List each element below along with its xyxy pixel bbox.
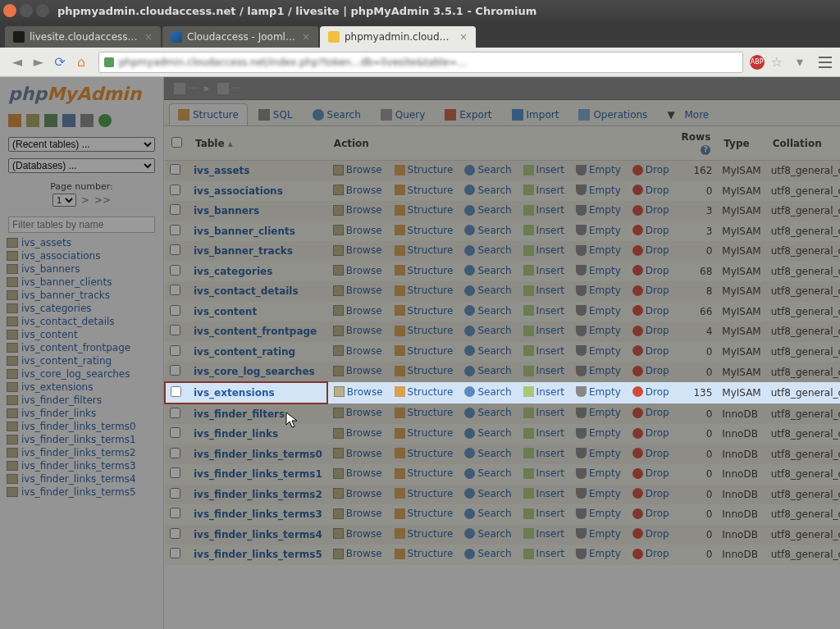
hamburger-menu-icon[interactable] bbox=[817, 55, 833, 70]
structure-action[interactable]: Structure bbox=[395, 265, 454, 276]
back-button[interactable]: ◄ bbox=[8, 53, 26, 71]
drop-action[interactable]: Drop bbox=[632, 285, 669, 296]
drop-action[interactable]: Drop bbox=[632, 488, 669, 499]
insert-action[interactable]: Insert bbox=[523, 204, 564, 216]
insert-action[interactable]: Insert bbox=[523, 225, 564, 236]
server-icon[interactable] bbox=[174, 83, 185, 94]
table-name-link[interactable]: ivs_finder_links_terms2 bbox=[194, 489, 322, 500]
table-name-link[interactable]: ivs_banners bbox=[194, 205, 259, 217]
browser-tab[interactable]: phpmyadmin.cloudaccess...× bbox=[320, 26, 476, 48]
browse-action[interactable]: Browse bbox=[333, 528, 382, 540]
drop-action[interactable]: Drop bbox=[632, 325, 669, 336]
empty-action[interactable]: Empty bbox=[576, 204, 621, 216]
search-action[interactable]: Search bbox=[464, 448, 511, 459]
search-action[interactable]: Search bbox=[464, 386, 511, 398]
browse-action[interactable]: Browse bbox=[333, 548, 382, 559]
sidebar-table-item[interactable]: ivs_categories bbox=[5, 302, 158, 315]
insert-action[interactable]: Insert bbox=[523, 386, 564, 398]
insert-action[interactable]: Insert bbox=[523, 508, 564, 519]
docs-icon[interactable] bbox=[62, 114, 75, 127]
table-name-link[interactable]: ivs_banner_clients bbox=[194, 226, 295, 237]
table-name-link[interactable]: ivs_associations bbox=[194, 185, 283, 197]
drop-action[interactable]: Drop bbox=[632, 244, 669, 256]
structure-action[interactable]: Structure bbox=[395, 285, 454, 296]
drop-action[interactable]: Drop bbox=[632, 305, 669, 317]
drop-action[interactable]: Drop bbox=[632, 467, 669, 479]
empty-action[interactable]: Empty bbox=[576, 386, 621, 398]
search-action[interactable]: Search bbox=[464, 488, 511, 499]
sidebar-table-item[interactable]: ivs_finder_links_terms4 bbox=[5, 472, 158, 485]
insert-action[interactable]: Insert bbox=[523, 265, 564, 276]
page-last[interactable]: >> bbox=[94, 194, 111, 206]
url-bar[interactable]: phpmyadmin.cloudaccess.net/index.php?tok… bbox=[98, 52, 743, 73]
close-tab-icon[interactable]: × bbox=[302, 31, 310, 43]
row-checkbox[interactable] bbox=[170, 325, 180, 335]
drop-action[interactable]: Drop bbox=[632, 528, 669, 540]
structure-action[interactable]: Structure bbox=[395, 528, 454, 540]
structure-action[interactable]: Structure bbox=[395, 365, 454, 376]
structure-action[interactable]: Structure bbox=[395, 345, 454, 357]
browse-action[interactable]: Browse bbox=[333, 325, 382, 336]
reload-button[interactable]: ⟳ bbox=[51, 53, 69, 71]
logout-icon[interactable] bbox=[26, 114, 39, 127]
insert-action[interactable]: Insert bbox=[523, 164, 564, 175]
window-close-button[interactable] bbox=[3, 4, 16, 17]
empty-action[interactable]: Empty bbox=[576, 365, 621, 376]
drop-action[interactable]: Drop bbox=[632, 185, 669, 196]
insert-action[interactable]: Insert bbox=[523, 427, 564, 439]
drop-action[interactable]: Drop bbox=[632, 345, 669, 357]
structure-action[interactable]: Structure bbox=[395, 467, 454, 479]
search-action[interactable]: Search bbox=[464, 244, 511, 256]
sidebar-table-item[interactable]: ivs_finder_links_terms2 bbox=[5, 446, 158, 459]
row-checkbox[interactable] bbox=[170, 305, 180, 316]
table-name-link[interactable]: ivs_finder_links_terms4 bbox=[194, 529, 322, 540]
sidebar-table-item[interactable]: ivs_content_frontpage bbox=[5, 341, 158, 354]
empty-action[interactable]: Empty bbox=[576, 285, 621, 296]
browse-action[interactable]: Browse bbox=[333, 305, 382, 317]
search-action[interactable]: Search bbox=[464, 325, 511, 336]
empty-action[interactable]: Empty bbox=[576, 508, 621, 519]
row-checkbox[interactable] bbox=[170, 408, 180, 418]
drop-action[interactable]: Drop bbox=[632, 508, 669, 519]
search-action[interactable]: Search bbox=[464, 508, 511, 519]
sidebar-table-item[interactable]: ivs_banners bbox=[5, 262, 158, 276]
search-action[interactable]: Search bbox=[464, 164, 511, 175]
structure-action[interactable]: Structure bbox=[395, 488, 454, 499]
search-action[interactable]: Search bbox=[464, 548, 511, 559]
window-maximize-button[interactable] bbox=[36, 4, 49, 17]
browse-action[interactable]: Browse bbox=[333, 345, 382, 357]
search-action[interactable]: Search bbox=[464, 365, 511, 376]
empty-action[interactable]: Empty bbox=[576, 427, 621, 439]
home-button[interactable]: ⌂ bbox=[72, 53, 90, 71]
tab-query[interactable]: Query bbox=[372, 103, 434, 125]
sidebar-table-item[interactable]: ivs_finder_links_terms1 bbox=[5, 433, 158, 446]
browse-action[interactable]: Browse bbox=[333, 265, 382, 276]
search-action[interactable]: Search bbox=[464, 427, 511, 439]
table-name-link[interactable]: ivs_finder_links_terms1 bbox=[194, 468, 322, 480]
empty-action[interactable]: Empty bbox=[576, 528, 621, 540]
empty-action[interactable]: Empty bbox=[576, 225, 621, 236]
filter-tables-input[interactable] bbox=[8, 217, 155, 233]
drop-action[interactable]: Drop bbox=[632, 448, 669, 459]
empty-action[interactable]: Empty bbox=[576, 305, 621, 317]
row-checkbox[interactable] bbox=[170, 427, 180, 438]
structure-action[interactable]: Structure bbox=[395, 164, 454, 175]
sidebar-table-item[interactable]: ivs_core_log_searches bbox=[5, 367, 158, 381]
row-checkbox[interactable] bbox=[170, 488, 180, 499]
structure-action[interactable]: Structure bbox=[395, 305, 454, 317]
table-name-link[interactable]: ivs_finder_filters bbox=[194, 408, 285, 420]
insert-action[interactable]: Insert bbox=[523, 305, 564, 317]
structure-action[interactable]: Structure bbox=[395, 325, 454, 336]
tab-export[interactable]: Export bbox=[436, 103, 500, 125]
browser-tab[interactable]: Cloudaccess - Joomla! as a...× bbox=[162, 26, 318, 48]
drop-action[interactable]: Drop bbox=[632, 548, 669, 559]
search-action[interactable]: Search bbox=[464, 528, 511, 540]
tab-import[interactable]: Import bbox=[503, 103, 568, 125]
structure-action[interactable]: Structure bbox=[395, 386, 454, 398]
structure-action[interactable]: Structure bbox=[395, 448, 454, 459]
browse-action[interactable]: Browse bbox=[333, 225, 382, 236]
sidebar-table-item[interactable]: ivs_finder_links_terms0 bbox=[5, 420, 158, 433]
search-action[interactable]: Search bbox=[464, 204, 511, 216]
sidebar-table-item[interactable]: ivs_banner_tracks bbox=[5, 289, 158, 302]
browse-action[interactable]: Browse bbox=[333, 185, 382, 196]
